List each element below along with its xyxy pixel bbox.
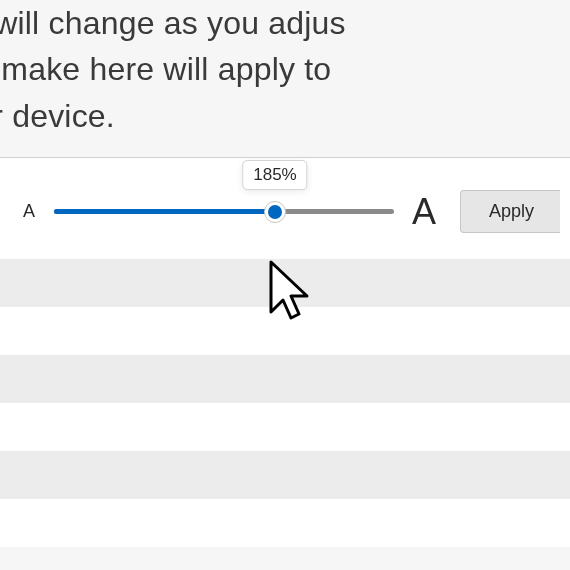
list-row [0,403,570,451]
list-row [0,499,570,547]
slider-thumb-inner [268,205,282,219]
slider-tooltip: 185% [242,160,307,190]
slider-track-fill [54,209,275,214]
text-size-slider-section: A 185% A Apply [0,158,570,259]
list-row-alt [0,451,570,499]
description-line-2: you make here will apply to [0,51,331,87]
slider-min-label: A [18,201,40,222]
description-text: rds will change as you adjus you make he… [0,0,570,157]
slider-max-label: A [412,191,436,233]
list-row-alt [0,259,570,307]
description-line-3: your device. [0,98,115,134]
text-size-slider[interactable]: 185% [54,200,394,224]
list-row-alt [0,355,570,403]
slider-thumb[interactable] [264,201,286,223]
description-line-1: rds will change as you adjus [0,5,346,41]
apply-button[interactable]: Apply [460,190,560,233]
list-row [0,307,570,355]
slider-row: A 185% A Apply [0,190,570,233]
